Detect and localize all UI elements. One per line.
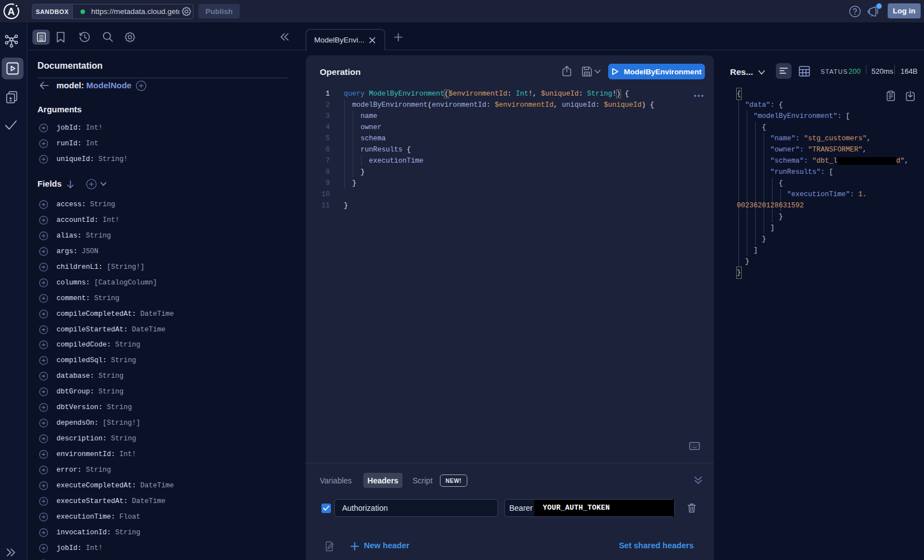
svg-text:A: A [8, 6, 15, 17]
